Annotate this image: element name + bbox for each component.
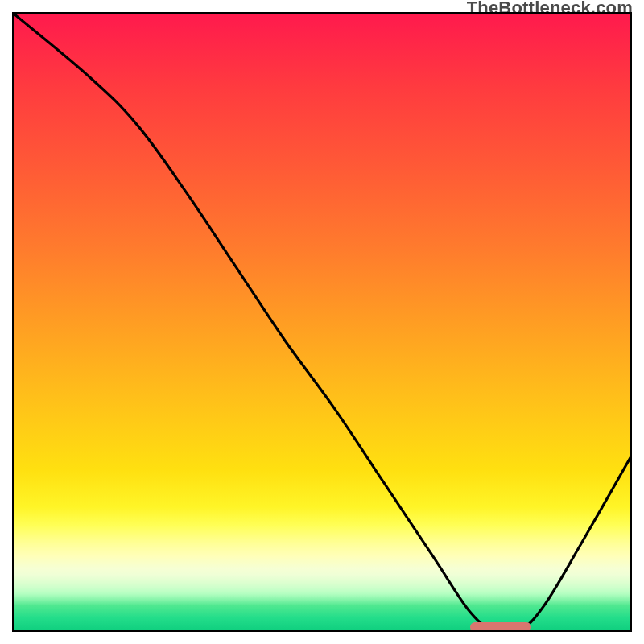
plot-area xyxy=(12,12,632,632)
chart-frame: TheBottleneck.com xyxy=(0,0,644,644)
bottleneck-curve xyxy=(14,14,630,630)
optimum-range-marker xyxy=(470,622,532,632)
bottleneck-curve-path xyxy=(14,14,630,630)
